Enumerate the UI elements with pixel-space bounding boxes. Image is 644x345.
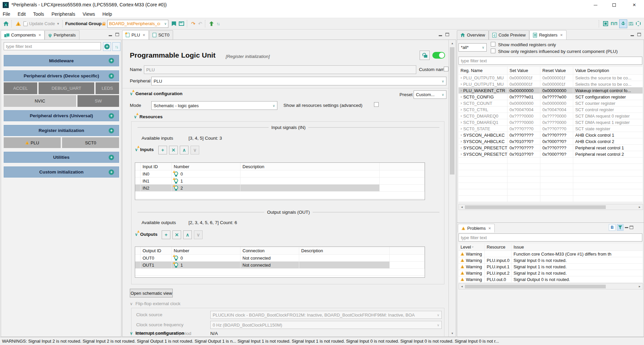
menu-file[interactable]: File — [3, 11, 10, 17]
mode-combo[interactable]: Schematic - logic gates ∨ — [151, 101, 277, 110]
output-description-cell[interactable] — [299, 262, 390, 268]
output-number-cell[interactable]: 1 — [172, 262, 240, 268]
security-tool-button[interactable] — [635, 19, 642, 28]
register-set-value-cell[interactable]: 0x???0???? — [507, 132, 540, 138]
problems-filter-button[interactable] — [617, 224, 624, 231]
code-tool-button[interactable]: 10011010 — [627, 19, 635, 28]
inputs-table-header[interactable]: Input ID Number Description — [135, 163, 425, 170]
move-input-down-button[interactable]: ∨ — [191, 146, 199, 154]
column-header[interactable]: Description — [299, 247, 390, 254]
move-input-up-button[interactable]: ∧ — [180, 146, 189, 154]
close-icon[interactable]: × — [488, 226, 491, 231]
general-config-header[interactable]: ∨ General configuration — [130, 91, 182, 96]
menu-help[interactable]: Help — [102, 11, 112, 17]
section-middleware[interactable]: Middleware + — [4, 55, 119, 66]
registers-horizontal-scrollbar[interactable]: ◄ ► — [459, 204, 643, 210]
menu-tools[interactable]: Tools — [33, 11, 44, 17]
expander-icon[interactable]: › — [461, 139, 462, 144]
scroll-left-arrow[interactable]: ◄ — [459, 284, 465, 289]
expander-icon[interactable]: › — [461, 133, 462, 137]
outputs-header[interactable]: ∨ Outputs — [135, 232, 158, 237]
register-row[interactable]: ›SCT0_DMAREQ10x????00000x????0000SCT DMA… — [459, 119, 643, 126]
collapse-chevron-icon[interactable]: ∨ — [130, 331, 133, 336]
scrollbar-thumb[interactable] — [465, 285, 606, 288]
input-row[interactable]: IN00 — [135, 170, 425, 178]
column-header[interactable]: Number — [172, 163, 240, 170]
pins-tool-button[interactable]: ΠΠ — [609, 19, 619, 28]
add-output-button[interactable]: + — [162, 230, 170, 239]
register-set-value-cell[interactable]: 0x?004?004 — [507, 107, 540, 113]
inputs-header[interactable]: ∨ Inputs — [135, 147, 154, 152]
input-description-cell[interactable] — [240, 170, 380, 177]
section-custom-init[interactable]: Custom initialization + — [4, 166, 119, 178]
input-description-cell[interactable] — [240, 178, 380, 184]
name-field[interactable]: PLU — [144, 65, 416, 74]
scroll-down-arrow[interactable]: ▼ — [449, 330, 456, 337]
plus-icon[interactable]: + — [109, 58, 114, 63]
move-output-down-button[interactable]: ∨ — [194, 230, 203, 239]
close-icon[interactable]: × — [143, 32, 145, 38]
input-number-cell[interactable]: 2 — [172, 185, 240, 191]
add-component-button[interactable]: + — [103, 42, 111, 51]
collapse-chevron-icon[interactable]: ∨ — [135, 232, 138, 237]
register-row[interactable]: ›SYSCON_PRESETCT0x?010??0?0x?000??0?Peri… — [459, 151, 643, 157]
menu-edit[interactable]: Edit — [18, 11, 26, 17]
sort-components-button[interactable]: ↑↓ — [112, 42, 120, 51]
problem-row[interactable]: WarningFunction core Cortex-M33 (Core #1… — [459, 251, 643, 257]
column-header[interactable]: Connection — [240, 247, 299, 254]
register-set-value-cell[interactable]: 0x????0000 — [507, 119, 540, 125]
output-row[interactable]: OUT11Not connected — [135, 262, 425, 269]
peripheral-combo[interactable]: PLU ∨ — [151, 77, 446, 85]
register-set-value-cell[interactable]: 0x?010??0? — [507, 151, 540, 157]
register-row[interactable]: ›SCT0_STATE0x???0???00x???0???0SCT state… — [459, 126, 643, 132]
minimize-icon[interactable] — [439, 35, 442, 36]
column-header[interactable]: Issue — [512, 244, 643, 251]
maximize-icon[interactable] — [115, 33, 119, 36]
output-connection-cell[interactable]: Not connected — [240, 255, 299, 261]
register-set-value-cell[interactable]: 0x00000000 — [507, 87, 540, 93]
output-row[interactable]: OUT00Not connected — [135, 255, 425, 262]
collapse-chevron-icon[interactable]: ∨ — [130, 91, 133, 96]
menu-views[interactable]: Views — [83, 11, 95, 17]
register-row[interactable]: ›SCT0_DMAREQ00x????00000x????0000SCT DMA… — [459, 113, 643, 119]
maximize-icon[interactable] — [637, 33, 641, 36]
column-header[interactable]: Description — [240, 163, 380, 170]
problems-filter-input[interactable] — [459, 233, 642, 242]
expander-icon[interactable]: › — [461, 75, 462, 80]
output-number-cell[interactable]: 0 — [172, 255, 240, 261]
import-button[interactable] — [208, 19, 215, 28]
tab-code-preview[interactable]: c Code Preview — [489, 30, 529, 40]
expander-icon[interactable]: › — [461, 120, 462, 125]
undo-button[interactable]: ↶ — [197, 19, 204, 28]
row-selector[interactable] — [135, 185, 141, 191]
scrollbar-thumb[interactable] — [450, 47, 454, 175]
register-row[interactable]: ›SYSCON_AHBCLKC0x???0????0x???0????AHB C… — [459, 132, 643, 138]
registers-filter-input[interactable] — [459, 57, 642, 65]
menu-peripherals[interactable]: Peripherals — [51, 11, 75, 17]
tab-registers[interactable]: Registers × — [529, 30, 567, 40]
register-set-value-cell[interactable]: 0x0000001f — [507, 81, 540, 87]
scroll-left-arrow[interactable]: ◄ — [459, 204, 465, 210]
tab-components[interactable]: Components × — [1, 30, 45, 40]
column-header[interactable]: Set Value — [507, 67, 540, 74]
close-icon[interactable]: × — [560, 32, 563, 38]
window-maximize-button[interactable] — [606, 0, 622, 10]
window-close-button[interactable]: × — [627, 0, 642, 10]
column-header[interactable]: Reset Value — [540, 67, 573, 74]
problems-b-button[interactable]: B — [609, 224, 615, 231]
column-header[interactable]: Level˅ — [459, 244, 485, 251]
input-number-cell[interactable]: 0 — [172, 170, 240, 177]
components-filter-input[interactable] — [4, 42, 101, 50]
tab-plu[interactable]: PLU × — [122, 30, 149, 40]
input-row[interactable]: IN22 — [135, 185, 425, 192]
close-icon[interactable]: × — [39, 32, 41, 38]
expander-icon[interactable]: › — [461, 88, 462, 93]
redo-button[interactable]: ↷ — [190, 19, 197, 28]
output-description-cell[interactable] — [299, 255, 390, 261]
row-selector[interactable] — [135, 178, 141, 184]
component-sct0[interactable]: SCT0 — [62, 137, 119, 148]
expander-icon[interactable]: › — [461, 152, 462, 156]
plus-icon[interactable]: + — [109, 128, 114, 133]
component-sw[interactable]: SW — [77, 95, 119, 107]
minimize-icon[interactable] — [631, 35, 634, 36]
